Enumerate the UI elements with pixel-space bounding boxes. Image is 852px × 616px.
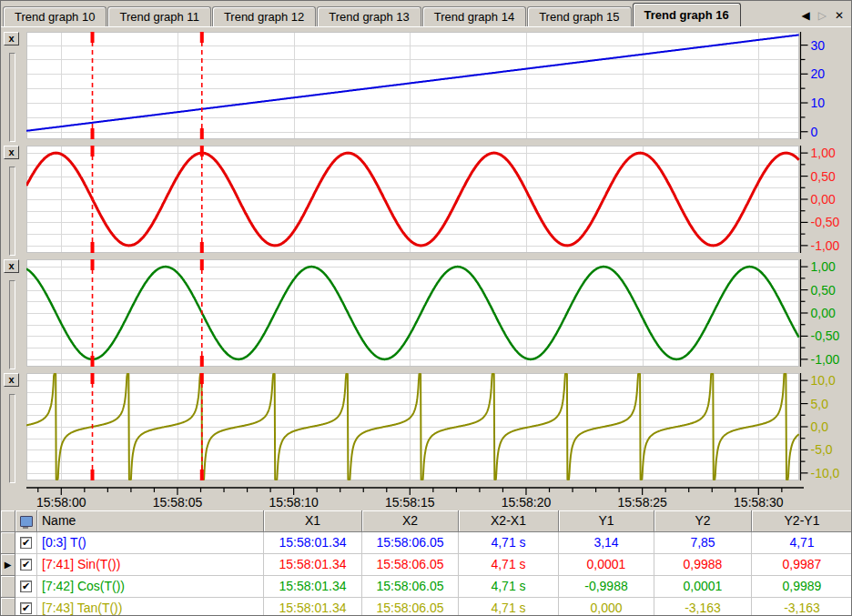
table-cell-y1: -0,9988 — [559, 576, 654, 598]
time-axis: 15:58:0015:58:0515:58:1015:58:1515:58:20… — [1, 487, 851, 510]
tabs-close-icon[interactable]: ✕ — [835, 10, 844, 21]
tab-trend-graph-12[interactable]: Trend graph 12 — [212, 6, 316, 26]
table-cell-x2: 15:58:06.05 — [362, 576, 459, 598]
chart-close-button[interactable]: x — [4, 373, 19, 387]
svg-text:15:58:25: 15:58:25 — [617, 495, 667, 510]
svg-text:5,0: 5,0 — [811, 397, 829, 411]
trend-plot-tant[interactable]: -10,0-5,00,05,010,0 — [26, 373, 851, 480]
visible-checkbox[interactable]: ✔ — [20, 559, 32, 571]
col-header-y2[interactable]: Y2 — [654, 510, 752, 532]
chart-vertical-zoom-slider[interactable] — [9, 167, 15, 256]
table-cell-y2: -3,163 — [654, 598, 752, 616]
table-cell-dx: 4,71 s — [459, 532, 559, 554]
tab-trend-graph-15[interactable]: Trend graph 15 — [527, 6, 631, 26]
chart-vertical-zoom-slider[interactable] — [9, 53, 15, 142]
col-header-dx[interactable]: X2-X1 — [459, 510, 559, 532]
tab-trend-graph-14[interactable]: Trend graph 14 — [422, 6, 526, 26]
table-cell-x1: 15:58:01.34 — [264, 576, 362, 598]
table-cell-dy: 0,9989 — [752, 576, 852, 598]
chart-left-controls: x — [1, 146, 26, 253]
trend-plot-sint[interactable]: -1,00-0,500,000,501,00 — [26, 146, 851, 253]
table-cell-y2: 7,85 — [654, 532, 752, 554]
visible-checkbox[interactable]: ✔ — [20, 602, 32, 614]
chart-close-button[interactable]: x — [4, 32, 19, 45]
table-cell-y1: 0,0001 — [559, 554, 654, 576]
svg-text:-0,50: -0,50 — [811, 215, 840, 229]
table-row-name[interactable]: [7:42] Cos(T()) — [37, 576, 264, 598]
table-cell-dx: 4,71 s — [459, 598, 559, 616]
row-indicator[interactable] — [1, 532, 15, 554]
col-header-dy[interactable]: Y2-Y1 — [752, 510, 852, 532]
trend-chart-row-t: x0102030 — [1, 32, 851, 139]
svg-text:-0,50: -0,50 — [811, 328, 840, 343]
table-cell-x1: 15:58:01.34 — [264, 598, 362, 616]
svg-text:30: 30 — [811, 38, 826, 53]
svg-text:10,0: 10,0 — [811, 373, 836, 388]
svg-text:15:58:05: 15:58:05 — [153, 495, 203, 510]
chart-vertical-zoom-slider[interactable] — [9, 280, 15, 369]
trend-tool-window: Trend graph 10Trend graph 11Trend graph … — [0, 0, 852, 616]
cursor-measurement-table: NameX1X2X2-X1Y1Y2Y2-Y1✔[0:3] T()15:58:01… — [1, 510, 851, 616]
row-indicator[interactable]: ▶ — [1, 554, 15, 576]
tab-bar: Trend graph 10Trend graph 11Trend graph … — [1, 1, 851, 27]
row-visible-checkbox-cell: ✔ — [15, 532, 37, 554]
visible-checkbox[interactable]: ✔ — [20, 581, 32, 592]
row-indicator[interactable] — [1, 598, 15, 616]
chart-vertical-zoom-slider[interactable] — [9, 394, 15, 483]
svg-text:-10,0: -10,0 — [811, 466, 840, 480]
chart-left-controls: x — [1, 32, 26, 139]
tabs-scroll-right-icon[interactable]: ▷ — [818, 10, 827, 21]
table-cell-dy: 4,71 — [752, 532, 852, 554]
trend-chart-row-cost: x-1,00-0,500,000,501,00 — [1, 259, 851, 367]
tab-trend-graph-16[interactable]: Trend graph 16 — [633, 3, 741, 26]
col-header-x2[interactable]: X2 — [362, 510, 459, 532]
table-cell-x2: 15:58:06.05 — [362, 598, 459, 616]
svg-text:15:58:30: 15:58:30 — [734, 495, 784, 510]
svg-text:20: 20 — [811, 66, 826, 81]
trend-plot-cost[interactable]: -1,00-0,500,000,501,00 — [26, 259, 851, 367]
visible-checkbox[interactable]: ✔ — [20, 537, 32, 549]
svg-text:0,00: 0,00 — [811, 192, 836, 207]
chart-close-button[interactable]: x — [4, 259, 19, 273]
table-cell-y2: 0,9988 — [654, 554, 752, 576]
trend-plot-t[interactable]: 0102030 — [26, 32, 851, 139]
table-cell-dx: 4,71 s — [459, 576, 559, 598]
tab-trend-graph-13[interactable]: Trend graph 13 — [317, 6, 421, 26]
svg-text:0,0: 0,0 — [811, 419, 829, 434]
row-visible-checkbox-cell: ✔ — [15, 598, 37, 616]
current-row-arrow-icon: ▶ — [5, 560, 12, 570]
svg-text:10: 10 — [811, 96, 826, 110]
tab-scroll-controls: ◀ ▷ ✕ — [797, 10, 851, 26]
table-row-name[interactable]: [7:43] Tan(T()) — [37, 598, 264, 616]
table-cell-dx: 4,71 s — [459, 554, 559, 576]
col-header-y1[interactable]: Y1 — [559, 510, 654, 532]
chart-left-controls: x — [1, 373, 26, 480]
table-cell-x1: 15:58:01.34 — [264, 532, 362, 554]
table-cell-y1: 0,000 — [559, 598, 654, 616]
chart-left-controls: x — [1, 259, 26, 367]
row-visible-checkbox-cell: ✔ — [15, 576, 37, 598]
monitor-visibility-icon — [20, 516, 33, 527]
svg-text:0,50: 0,50 — [811, 283, 836, 298]
chart-close-button[interactable]: x — [4, 146, 19, 159]
svg-text:0,50: 0,50 — [811, 169, 836, 184]
tab-trend-graph-10[interactable]: Trend graph 10 — [3, 6, 106, 26]
table-cell-dy: -3,163 — [752, 598, 852, 616]
svg-text:-1,00: -1,00 — [811, 238, 840, 253]
time-axis-scale: 15:58:0015:58:0515:58:1015:58:1515:58:20… — [26, 487, 852, 510]
svg-text:15:58:20: 15:58:20 — [502, 495, 552, 510]
table-cell-x2: 15:58:06.05 — [362, 554, 459, 576]
charts-area: x0102030x-1,00-0,500,000,501,00x-1,00-0,… — [1, 27, 851, 480]
table-row-name[interactable]: [7:41] Sin(T()) — [37, 554, 264, 576]
col-header-name[interactable]: Name — [37, 510, 264, 532]
svg-text:15:58:00: 15:58:00 — [36, 495, 86, 510]
table-corner-header — [1, 510, 15, 532]
row-indicator[interactable] — [1, 576, 15, 598]
table-row-name[interactable]: [0:3] T() — [37, 532, 264, 554]
col-header-x1[interactable]: X1 — [264, 510, 362, 532]
tab-trend-graph-11[interactable]: Trend graph 11 — [107, 6, 210, 26]
table-cell-y2: 0,0001 — [654, 576, 752, 598]
svg-text:-5,0: -5,0 — [811, 442, 833, 457]
tabs-scroll-left-icon[interactable]: ◀ — [801, 10, 809, 21]
tab-strip: Trend graph 10Trend graph 11Trend graph … — [1, 3, 797, 26]
